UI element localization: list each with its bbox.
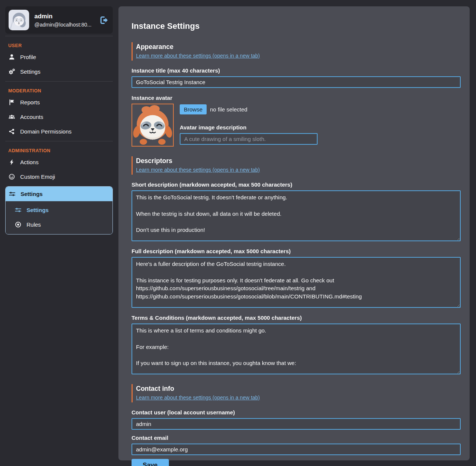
contact-email-field: Contact email xyxy=(132,435,461,455)
sidebar-item-reports[interactable]: Reports xyxy=(5,95,113,110)
contact-user-label: Contact user (local account username) xyxy=(132,409,461,416)
user-handle: @admin@localhost:80... xyxy=(34,22,94,28)
browse-button[interactable]: Browse xyxy=(180,104,207,114)
sidebar-item-user-settings[interactable]: Settings xyxy=(5,64,113,79)
short-description-textarea[interactable]: This is the GoToSocial testrig. It doesn… xyxy=(132,190,461,241)
short-description-field: Short description (markdown accepted, ma… xyxy=(132,181,461,241)
sidebar-item-profile[interactable]: Profile xyxy=(5,50,113,64)
instance-avatar-field: Instance avatar xyxy=(132,95,461,147)
appearance-section-header: Appearance Learn more about these settin… xyxy=(132,42,461,61)
descriptors-heading: Descriptors xyxy=(136,157,461,165)
contact-heading: Contact info xyxy=(136,385,461,393)
submenu-item-label: Rules xyxy=(27,221,41,228)
sidebar-divider xyxy=(5,36,113,36)
avatar-description-input[interactable] xyxy=(180,133,318,145)
terms-field: Terms & Conditions (markdown accepted, m… xyxy=(132,315,461,374)
sidebar-item-accounts[interactable]: Accounts xyxy=(5,110,113,124)
contact-user-input[interactable] xyxy=(132,418,461,430)
sidebar-item-actions[interactable]: Actions xyxy=(5,155,113,169)
terms-textarea[interactable]: This is where a list of terms and condit… xyxy=(132,324,461,374)
terms-label: Terms & Conditions (markdown accepted, m… xyxy=(132,315,461,321)
sidebar-item-label: Settings xyxy=(20,68,40,75)
instance-avatar-controls: Browse no file selected Avatar image des… xyxy=(180,104,318,147)
instance-settings-panel: Instance Settings Appearance Learn more … xyxy=(118,6,470,460)
full-description-label: Full description (markdown accepted, max… xyxy=(132,248,461,254)
avatar-description-label: Avatar image description xyxy=(180,124,318,131)
sidebar-item-admin-settings[interactable]: Settings xyxy=(6,187,112,201)
share-nodes-icon xyxy=(8,128,15,135)
sidebar-item-label: Accounts xyxy=(20,114,43,120)
full-description-textarea[interactable]: Here's a fuller description of the GoToS… xyxy=(132,257,461,308)
instance-avatar-image xyxy=(132,104,174,147)
instance-title-label: Instance title (max 40 characters) xyxy=(132,67,461,74)
contact-email-input[interactable] xyxy=(132,444,461,455)
descriptors-section-header: Descriptors Learn more about these setti… xyxy=(132,156,461,175)
contact-section-header: Contact info Learn more about these sett… xyxy=(132,384,461,402)
sidebar-divider xyxy=(5,81,113,82)
contact-user-field: Contact user (local account username) xyxy=(132,409,461,430)
instance-avatar-row: Browse no file selected Avatar image des… xyxy=(132,104,461,147)
settings-submenu: Settings Rules xyxy=(6,201,112,234)
instance-avatar-label: Instance avatar xyxy=(132,95,461,101)
bolt-icon xyxy=(8,159,15,165)
submenu-item-settings[interactable]: Settings xyxy=(6,203,112,217)
sidebar-item-label: Profile xyxy=(20,54,36,60)
sidebar-item-label: Actions xyxy=(20,159,38,165)
users-icon xyxy=(8,114,15,120)
appearance-learn-more-link[interactable]: Learn more about these settings (opens i… xyxy=(136,53,260,59)
user-icon xyxy=(8,54,15,60)
sidebar-item-label: Settings xyxy=(21,191,43,197)
user-card[interactable]: admin @admin@localhost:80... xyxy=(5,6,113,34)
user-name: admin xyxy=(34,13,94,20)
contact-email-label: Contact email xyxy=(132,435,461,441)
sign-out-icon[interactable] xyxy=(99,16,108,25)
sidebar-settings-group: Settings Settings xyxy=(5,186,113,234)
page-title: Instance Settings xyxy=(132,21,461,31)
sidebar-item-label: Reports xyxy=(20,99,40,105)
instance-title-field: Instance title (max 40 characters) xyxy=(132,67,461,88)
flag-icon xyxy=(8,99,15,105)
sidebar: admin @admin@localhost:80... USER Profil… xyxy=(5,6,113,234)
contact-learn-more-link[interactable]: Learn more about these settings (opens i… xyxy=(136,395,260,401)
full-description-field: Full description (markdown accepted, max… xyxy=(132,248,461,308)
gotosocial-admin-app: { "colors": { "accent_orange": "#e2733c"… xyxy=(0,0,476,466)
sliders-icon xyxy=(9,191,16,197)
smiley-icon xyxy=(8,174,15,180)
sidebar-section-user: USER xyxy=(5,39,113,50)
descriptors-learn-more-link[interactable]: Learn more about these settings (opens i… xyxy=(136,167,260,173)
user-meta: admin @admin@localhost:80... xyxy=(34,13,94,28)
user-avatar xyxy=(9,10,29,30)
file-picker-row: Browse no file selected xyxy=(180,104,318,114)
sidebar-item-custom-emoji[interactable]: Custom Emoji xyxy=(5,169,113,184)
submenu-item-label: Settings xyxy=(27,207,49,213)
gears-icon xyxy=(8,68,15,75)
short-description-label: Short description (markdown accepted, ma… xyxy=(132,181,461,188)
sidebar-divider xyxy=(5,141,113,141)
sidebar-section-moderation: MODERATION xyxy=(5,84,113,95)
sidebar-section-administration: ADMINISTRATION xyxy=(5,144,113,155)
submenu-item-rules[interactable]: Rules xyxy=(6,217,112,232)
file-status-text: no file selected xyxy=(210,106,247,113)
appearance-heading: Appearance xyxy=(136,43,461,51)
sliders-icon xyxy=(15,207,22,213)
instance-title-input[interactable] xyxy=(132,76,461,88)
sidebar-item-label: Domain Permissions xyxy=(20,128,72,135)
circle-dot-icon xyxy=(15,221,22,228)
sidebar-item-domain-permissions[interactable]: Domain Permissions xyxy=(5,124,113,139)
sidebar-item-label: Custom Emoji xyxy=(20,174,55,180)
save-button[interactable]: Save xyxy=(132,459,169,466)
